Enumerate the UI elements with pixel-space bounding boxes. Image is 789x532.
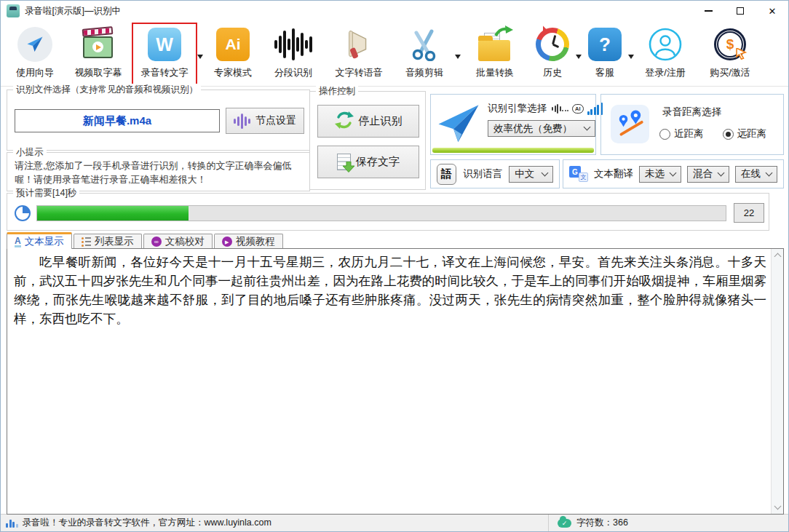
radio-far[interactable]: 远距离 xyxy=(723,127,767,140)
megaphone-icon xyxy=(342,26,376,63)
radio-near[interactable]: 近距离 xyxy=(659,127,704,140)
toolbar-item-label: 登录/注册 xyxy=(645,66,686,79)
transcript-text-area[interactable]: 吃早餐听新闻，各位好今天是十一月十五号星期三，农历九月二十七，译文在上海问候您，… xyxy=(7,248,784,515)
translate-value-1: 未选 xyxy=(645,167,665,180)
pie-timer-icon xyxy=(15,205,31,221)
translate-value-2: 混合 xyxy=(693,167,713,180)
progress-value: 22 xyxy=(734,203,764,223)
toolbar-item-label: 使用向导 xyxy=(16,66,54,79)
toolbar-item-expert-mode[interactable]: Ai 专家模式 xyxy=(203,23,263,85)
toolbar-item-segment-recognition[interactable]: 分段识别 xyxy=(263,23,324,85)
engine-selected-value: 效率优先（免费） xyxy=(493,122,572,135)
sync-arrows-icon xyxy=(335,111,354,132)
toolbar-item-purchase[interactable]: $ 购买/激活 xyxy=(697,23,764,85)
hint-group-title: 小提示 xyxy=(13,146,47,159)
app-window: 录音啦[演示版]—识别中 ✕ 使用向导 视频取字幕 W 录音转文字 xyxy=(0,0,789,532)
toolbar-item-label: 视频取字幕 xyxy=(75,66,122,79)
save-text-button[interactable]: 保存文字 xyxy=(317,146,419,178)
title-bar: 录音啦[演示版]—识别中 ✕ xyxy=(1,1,788,21)
user-icon xyxy=(648,26,683,63)
toolbar: 使用向导 视频取字幕 W 录音转文字 Ai 专家模式 分段识别 xyxy=(1,21,788,87)
save-text-label: 保存文字 xyxy=(356,155,400,169)
scroll-up-button[interactable] xyxy=(772,249,784,261)
minimize-button[interactable] xyxy=(692,1,724,21)
engine-select-label: 识别引擎选择 xyxy=(488,102,547,115)
toolbar-item-label: 批量转换 xyxy=(476,66,514,79)
radio-circle-icon xyxy=(723,129,734,140)
minimize-icon xyxy=(705,10,713,12)
window-title: 录音啦[演示版]—识别中 xyxy=(25,5,121,17)
toolbar-item-video-subtitle[interactable]: 视频取字幕 xyxy=(65,23,132,85)
toolbar-item-support[interactable]: ? 客服 xyxy=(582,23,628,85)
engine-panel: 识别引擎选择 AI 效率优先（免费） xyxy=(430,94,596,155)
chevron-down-icon[interactable] xyxy=(628,55,634,62)
progress-group-title: 预计需要[14]秒 xyxy=(13,187,79,199)
progress-bar xyxy=(36,205,726,221)
question-icon: ? xyxy=(588,26,622,63)
language-label: 识别语言 xyxy=(463,167,502,180)
chevron-down-icon[interactable] xyxy=(197,55,203,62)
translate-dropdown-3[interactable]: 在线 xyxy=(735,166,777,183)
cloud-check-icon: ✓ xyxy=(558,519,571,528)
scissors-icon xyxy=(408,26,441,63)
maximize-icon xyxy=(737,7,744,15)
selected-file-field[interactable]: 新闻早餐.m4a xyxy=(15,109,220,132)
stop-recognition-button[interactable]: 停止识别 xyxy=(317,105,419,138)
translate-label: 文本翻译 xyxy=(594,167,633,180)
toolbar-item-history[interactable]: 历史 xyxy=(529,23,576,85)
tab-proofread[interactable]: ∞ 文稿校对 xyxy=(143,234,213,249)
tab-text-display[interactable]: A 文本显示 xyxy=(7,232,72,249)
engine-select-dropdown[interactable]: 效率优先（免费） xyxy=(488,120,595,137)
distance-radio-group: 近距离 远距离 xyxy=(659,127,766,140)
node-settings-button[interactable]: 节点设置 xyxy=(226,108,304,134)
toolbar-item-batch-convert[interactable]: 批量转换 xyxy=(461,23,529,85)
translate-dropdown-2[interactable]: 混合 xyxy=(687,166,729,183)
folder-convert-icon xyxy=(477,26,512,63)
distance-select-label: 录音距离选择 xyxy=(662,106,721,119)
main-area: 识别文件选择（支持常见的音频和视频识别） 新闻早餐.m4a 节点设置 小提示 请… xyxy=(1,87,788,514)
toolbar-item-login[interactable]: 登录/注册 xyxy=(634,23,697,85)
app-logo-icon xyxy=(7,4,20,17)
hint-group: 小提示 请注意,您添加了一段手机录音进行识别，转换的文字正确率会偏低喔！请使用录… xyxy=(7,152,310,191)
dollar-cursor-icon: $ xyxy=(714,26,746,63)
waveform-icon xyxy=(274,26,312,63)
toolbar-item-audio-to-text[interactable]: W 录音转文字 xyxy=(132,23,197,85)
chevron-down-icon xyxy=(670,169,677,176)
purple-waveform-icon xyxy=(234,113,250,129)
toolbar-item-label: 分段识别 xyxy=(274,66,312,79)
operation-control-title: 操作控制 xyxy=(316,85,358,98)
mini-waveform-icon xyxy=(552,103,568,114)
chevron-down-icon[interactable] xyxy=(576,55,582,62)
toolbar-item-label: 历史 xyxy=(543,66,562,79)
chevron-down-icon[interactable] xyxy=(455,55,461,62)
toolbar-item-wizard[interactable]: 使用向导 xyxy=(5,23,65,85)
node-settings-label: 节点设置 xyxy=(255,114,296,127)
translate-dropdown-1[interactable]: 未选 xyxy=(639,166,681,183)
tab-list-display[interactable]: 列表显示 xyxy=(74,234,142,249)
chevron-down-icon xyxy=(766,169,773,176)
language-dropdown[interactable]: 中文 xyxy=(509,166,553,183)
toolbar-item-label: 文字转语音 xyxy=(336,66,383,79)
translate-value-3: 在线 xyxy=(741,167,761,180)
maximize-button[interactable] xyxy=(724,1,756,21)
status-right: ✓ 字符数：366 xyxy=(548,515,788,531)
translate-panel: G 文 文本翻译 未选 混合 在线 xyxy=(563,159,784,188)
radio-circle-icon xyxy=(659,129,670,140)
google-translate-icon: G 文 xyxy=(569,166,588,182)
bar-chart-icon xyxy=(6,518,18,528)
chevron-down-icon xyxy=(584,124,591,131)
toolbar-item-text-to-speech[interactable]: 文字转语音 xyxy=(324,23,394,85)
operation-control-group: 操作控制 停止识别 保存文字 xyxy=(309,91,426,190)
scroll-down-button[interactable] xyxy=(772,501,784,514)
toolbar-item-label: 客服 xyxy=(595,66,614,79)
close-button[interactable]: ✕ xyxy=(756,1,788,21)
file-select-group: 识别文件选择（支持常见的音频和视频识别） 新闻早餐.m4a 节点设置 xyxy=(7,90,310,151)
toolbar-item-audio-edit[interactable]: 音频剪辑 xyxy=(394,23,455,85)
status-bar: 录音啦！专业的录音转文字软件，官方网址：www.luyinla.com ✓ 字符… xyxy=(1,514,788,531)
language-panel: 語 识别语言 中文 xyxy=(430,159,560,188)
scrollbar[interactable] xyxy=(771,249,783,514)
stop-recognition-label: 停止识别 xyxy=(359,114,403,128)
language-button[interactable]: 語 xyxy=(437,164,456,185)
tab-video-tutorial[interactable]: ▶ 视频教程 xyxy=(214,234,283,249)
play-icon: ▶ xyxy=(222,237,232,247)
